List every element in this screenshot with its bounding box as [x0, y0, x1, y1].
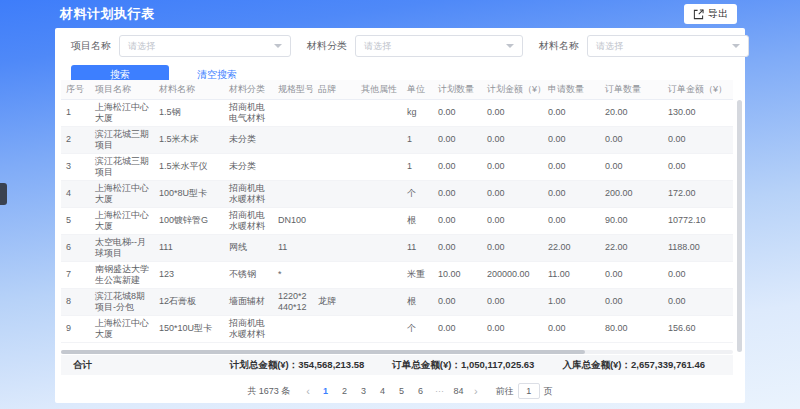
column-header: 其他属性 [356, 80, 402, 99]
table-cell [273, 153, 313, 180]
page-button[interactable]: 1 [318, 385, 333, 397]
table-cell: 上海松江中心大厦 [90, 207, 154, 234]
goto-label: 前往 [496, 385, 514, 398]
table-cell: 上海松江中心大厦 [90, 180, 154, 207]
table-row: 9上海松江中心大厦150*10U型卡招商机电 水暖材料个0.000.000.00… [61, 315, 733, 342]
table-cell [356, 126, 402, 153]
top-bar: 材料计划执行表 导出 [0, 0, 800, 28]
table-cell: 0.00 [543, 99, 600, 126]
pagination-next-icon[interactable]: › [470, 385, 482, 397]
column-header: 单位 [402, 80, 433, 99]
table-cell: 11 [402, 234, 433, 261]
table-cell: 滨江花城8期项目-分包 [90, 288, 154, 315]
goto-page-input[interactable] [518, 383, 540, 399]
table-cell: * [273, 261, 313, 288]
pagination-total-text: 共 1673 条 [247, 385, 290, 398]
material-filter-label: 材料名称 [539, 39, 579, 53]
table-cell: 8 [61, 288, 90, 315]
page-ellipsis[interactable]: ··· [432, 385, 447, 397]
table-cell: 22.00 [543, 234, 600, 261]
table-cell: 0.00 [543, 315, 600, 342]
table-cell: 墙面辅材 [224, 288, 273, 315]
table-cell: 0.00 [543, 180, 600, 207]
table-cell: 0.00 [663, 153, 733, 180]
material-select-placeholder: 请选择 [596, 40, 623, 53]
table-cell [313, 261, 356, 288]
table-cell: 0.00 [663, 261, 733, 288]
column-header: 计划金额（¥） [482, 80, 543, 99]
table-cell: 0.00 [663, 288, 733, 315]
table-cell: 上海松江中心大厦 [90, 99, 154, 126]
project-filter-label: 项目名称 [71, 39, 111, 53]
table-cell: 20.00 [600, 99, 663, 126]
table-cell: 0.00 [600, 261, 663, 288]
chevron-down-icon [274, 44, 282, 48]
horizontal-scrollbar-thumb[interactable] [61, 350, 585, 354]
table-cell: 0.00 [482, 315, 543, 342]
table-cell: DN100 [273, 207, 313, 234]
table-cell: 0.00 [433, 288, 482, 315]
table-cell: 0.00 [482, 207, 543, 234]
page-button[interactable]: 3 [356, 385, 371, 397]
vertical-scrollbar-thumb[interactable] [737, 100, 742, 352]
pagination-prev-icon[interactable]: ‹ [302, 385, 314, 397]
table-row: 3滨江花城三期项目1.5米水平仪未分类10.000.000.000.000.00 [61, 153, 733, 180]
table-cell: 个 [402, 315, 433, 342]
table-cell: 根 [402, 288, 433, 315]
table-cell: 招商机电 水暖材料 [224, 180, 273, 207]
material-select[interactable]: 请选择 [587, 35, 749, 57]
category-select[interactable]: 请选择 [355, 35, 523, 57]
table-cell: 123 [154, 261, 224, 288]
chevron-down-icon [732, 44, 740, 48]
table-cell: 22.00 [600, 234, 663, 261]
table-cell: 1.5米水平仪 [154, 153, 224, 180]
table-row: 2滨江花城三期项目1.5米木床未分类10.000.000.000.000.00 [61, 126, 733, 153]
table-cell: 未分类 [224, 153, 273, 180]
table-cell: 0.00 [482, 180, 543, 207]
table-cell [313, 207, 356, 234]
table-cell: 滨江花城三期项目 [90, 153, 154, 180]
page-button[interactable]: 4 [375, 385, 390, 397]
table-cell: 100*8U型卡 [154, 180, 224, 207]
table-cell: 2 [61, 126, 90, 153]
page-button[interactable]: 6 [413, 385, 428, 397]
table-cell [273, 180, 313, 207]
summary-bar: 合计 计划总金额(¥)：354,568,213.58 订单总金额(¥)：1,05… [61, 355, 733, 375]
table-cell: 3 [61, 153, 90, 180]
column-header: 项目名称 [90, 80, 154, 99]
table-cell: 0.00 [663, 126, 733, 153]
table-cell [273, 315, 313, 342]
content-card: 项目名称 请选择 材料分类 请选择 材料名称 请选择 搜索 清空搜索 序号项目名… [55, 28, 745, 403]
summary-totals: 计划总金额(¥)：354,568,213.58 订单总金额(¥)：1,050,1… [230, 359, 705, 372]
table-cell: 11 [273, 234, 313, 261]
table-cell: 0.00 [433, 126, 482, 153]
table-cell [356, 315, 402, 342]
table-cell: 根 [402, 207, 433, 234]
column-header: 规格型号 [273, 80, 313, 99]
table-cell: 南钢盛达大学生公寓新建 [90, 261, 154, 288]
table-row: 8滨江花城8期项目-分包12石膏板墙面辅材1220*2440*12龙牌根0.00… [61, 288, 733, 315]
table-cell: kg [402, 99, 433, 126]
page-button[interactable]: 84 [451, 385, 466, 397]
table-cell [313, 126, 356, 153]
page-button[interactable]: 5 [394, 385, 409, 397]
project-select[interactable]: 请选择 [119, 35, 291, 57]
table-cell: 172.00 [663, 180, 733, 207]
table-cell [273, 126, 313, 153]
table-cell: 0.00 [433, 153, 482, 180]
table-cell: 滨江花城三期项目 [90, 126, 154, 153]
table-cell: 1 [402, 126, 433, 153]
table-cell: 6 [61, 234, 90, 261]
filter-bar: 项目名称 请选择 材料分类 请选择 材料名称 请选择 [71, 35, 749, 57]
table-cell: 0.00 [433, 99, 482, 126]
page-button[interactable]: 2 [337, 385, 352, 397]
table-cell [356, 288, 402, 315]
table-cell: 111 [154, 234, 224, 261]
export-label: 导出 [708, 7, 728, 21]
table-cell: 5 [61, 207, 90, 234]
export-button[interactable]: 导出 [684, 4, 737, 24]
table-cell: 0.00 [600, 288, 663, 315]
sidebar-collapse-handle[interactable] [0, 183, 7, 205]
table-cell: 200.00 [600, 180, 663, 207]
table-cell: 10.00 [433, 261, 482, 288]
